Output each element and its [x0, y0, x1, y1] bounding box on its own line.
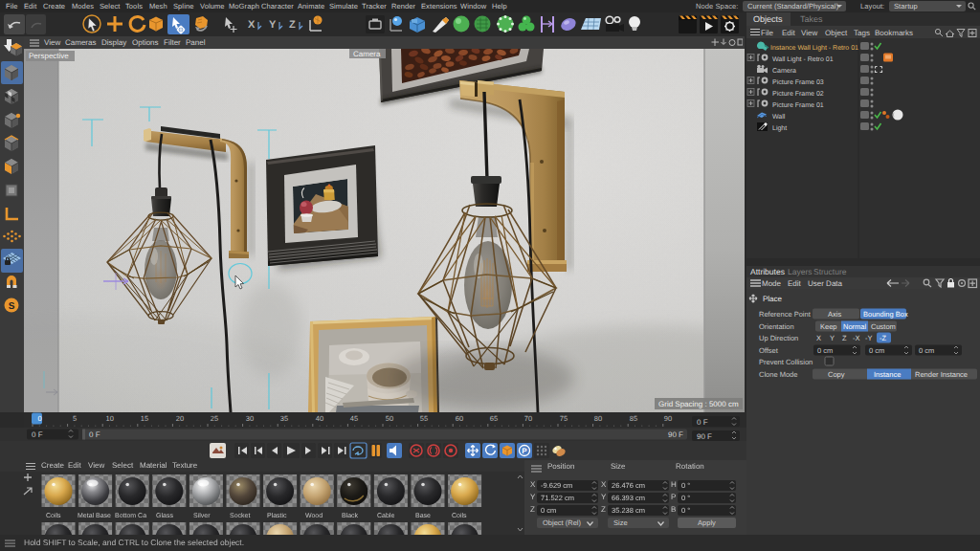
svg-text:Z: Z	[842, 334, 847, 342]
svg-text:Prevent Collision: Prevent Collision	[759, 358, 813, 366]
svg-text:30: 30	[246, 414, 254, 423]
svg-text:Silver: Silver	[193, 512, 211, 519]
svg-text:Cable: Cable	[377, 512, 394, 519]
svg-text:-Z: -Z	[880, 334, 886, 342]
svg-text:Bookmarks: Bookmarks	[875, 29, 913, 37]
svg-text:Bottom Ca: Bottom Ca	[115, 513, 146, 519]
svg-text:Black: Black	[342, 512, 359, 519]
svg-text:0 cm: 0 cm	[919, 346, 934, 355]
svg-text:X: X	[816, 334, 821, 342]
svg-text:5: 5	[73, 414, 77, 423]
svg-text:90 F: 90 F	[668, 430, 683, 439]
svg-text:Metal Base: Metal Base	[78, 512, 111, 519]
svg-text:S: S	[9, 301, 15, 312]
svg-text:File: File	[761, 29, 773, 37]
svg-text:0: 0	[37, 414, 41, 423]
svg-text:Y: Y	[269, 19, 277, 31]
svg-text:Structure: Structure	[813, 267, 847, 276]
svg-text:Camera: Camera	[353, 50, 381, 58]
svg-text:0 cm: 0 cm	[817, 346, 833, 355]
svg-text:Layers: Layers	[788, 267, 813, 276]
svg-text:Copy: Copy	[828, 370, 845, 379]
svg-text:Up Direction: Up Direction	[759, 334, 798, 342]
svg-text:65: 65	[490, 414, 498, 423]
svg-text:75: 75	[560, 414, 568, 423]
svg-text:Clone Mode: Clone Mode	[759, 370, 797, 379]
svg-text:Wall: Wall	[772, 113, 786, 121]
svg-text:Offset: Offset	[759, 346, 779, 355]
svg-text:Coils: Coils	[46, 512, 61, 519]
svg-text:Objects: Objects	[753, 14, 783, 24]
svg-text:Base: Base	[415, 513, 431, 519]
svg-text:Edit: Edit	[788, 279, 802, 288]
svg-text:Picture Frame 02: Picture Frame 02	[772, 90, 824, 98]
svg-text:Socket: Socket	[230, 512, 250, 519]
svg-text:P: P	[522, 447, 527, 455]
svg-text:55: 55	[420, 414, 428, 423]
svg-text:Glass: Glass	[156, 512, 173, 519]
svg-text:Coils: Coils	[452, 512, 467, 519]
svg-text:40: 40	[316, 414, 323, 423]
svg-text:50: 50	[386, 414, 393, 423]
svg-text:90: 90	[664, 414, 672, 423]
svg-text:Grid Spacing : 5000 cm: Grid Spacing : 5000 cm	[658, 400, 739, 408]
svg-text:Object: Object	[825, 29, 848, 37]
svg-text:15: 15	[141, 414, 148, 423]
svg-text:Plastic: Plastic	[267, 512, 287, 519]
svg-text:10: 10	[106, 414, 114, 423]
svg-text:Camera: Camera	[772, 68, 796, 75]
svg-text:Mode: Mode	[762, 279, 782, 288]
svg-text:0 cm: 0 cm	[869, 346, 884, 355]
svg-text:0 F: 0 F	[32, 430, 43, 439]
svg-text:25: 25	[211, 414, 218, 423]
svg-text:-Y: -Y	[865, 334, 873, 342]
svg-text:70: 70	[524, 414, 532, 423]
svg-text:Wall Light - Retro 01: Wall Light - Retro 01	[772, 55, 834, 63]
svg-text:Y: Y	[830, 334, 835, 342]
svg-text:Keep: Keep	[820, 322, 837, 331]
svg-text:Axis: Axis	[828, 310, 841, 319]
svg-text:Z: Z	[289, 19, 296, 31]
svg-text:Custom: Custom	[871, 322, 896, 331]
svg-text:Instance: Instance	[874, 370, 901, 379]
svg-text:Place: Place	[763, 295, 783, 303]
svg-text:Wood: Wood	[305, 512, 323, 519]
svg-text:0 F: 0 F	[697, 418, 708, 427]
svg-text:Reference Point: Reference Point	[759, 310, 812, 319]
svg-text:60: 60	[456, 414, 463, 423]
svg-text:Light: Light	[772, 124, 787, 132]
svg-text:View: View	[801, 29, 817, 37]
svg-text:-X: -X	[853, 334, 860, 342]
svg-text:90 F: 90 F	[697, 432, 712, 441]
svg-text:Orientation: Orientation	[759, 322, 794, 331]
svg-text:0 F: 0 F	[89, 430, 100, 439]
svg-text:85: 85	[630, 414, 637, 423]
svg-text:Tags: Tags	[854, 29, 870, 37]
svg-text:Normal: Normal	[843, 322, 867, 331]
svg-text:Perspective: Perspective	[29, 52, 69, 60]
svg-text:45: 45	[350, 414, 358, 423]
svg-text:Picture Frame 01: Picture Frame 01	[772, 101, 824, 109]
svg-text:20: 20	[176, 414, 184, 423]
svg-text:Takes: Takes	[800, 14, 823, 24]
svg-text:Instance Wall Light - Retro 01: Instance Wall Light - Retro 01	[770, 44, 858, 52]
svg-text:Attributes: Attributes	[750, 267, 785, 276]
svg-text:X: X	[248, 19, 256, 31]
svg-text:Bounding Box: Bounding Box	[863, 310, 908, 319]
svg-text:Edit: Edit	[782, 29, 796, 37]
svg-text:35: 35	[280, 414, 288, 423]
svg-text:80: 80	[594, 414, 602, 423]
svg-text:User Data: User Data	[808, 279, 843, 288]
svg-text:Picture Frame 03: Picture Frame 03	[772, 78, 824, 86]
svg-text:Render Instance: Render Instance	[915, 370, 968, 379]
